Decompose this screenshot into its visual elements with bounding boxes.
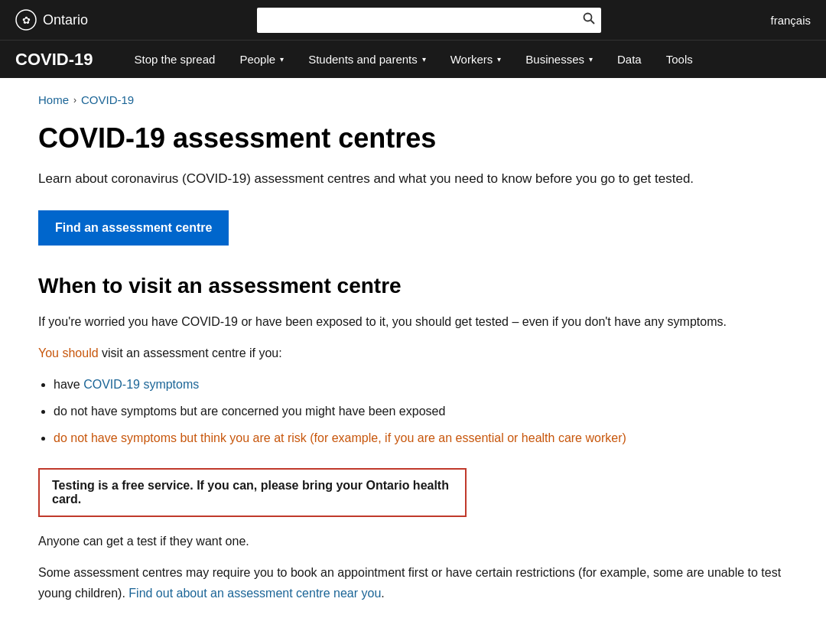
find-assessment-centre-button[interactable]: Find an assessment centre <box>38 210 229 246</box>
breadcrumb-separator: › <box>73 95 76 106</box>
chevron-down-icon: ▾ <box>422 55 426 63</box>
breadcrumb-home[interactable]: Home <box>38 93 69 106</box>
bullet-list: have COVID-19 symptoms do not have sympt… <box>54 374 788 449</box>
alert-box: Testing is a free service. If you can, p… <box>38 468 467 517</box>
nav-item-stop-the-spread[interactable]: Stop the spread <box>123 42 226 76</box>
body-text-restrictions: Some assessment centres may require you … <box>38 562 788 603</box>
chevron-down-icon: ▾ <box>280 55 284 63</box>
nav-item-people[interactable]: People ▾ <box>229 42 294 76</box>
list-item-at-risk: do not have symptoms but think you are a… <box>54 428 788 450</box>
search-container <box>257 8 601 33</box>
search-icon <box>583 12 595 24</box>
highlight-you-should: You should <box>38 346 99 359</box>
language-toggle[interactable]: français <box>770 14 811 27</box>
body-text-anyone: Anyone can get a test if they want one. <box>38 531 788 551</box>
nav-item-workers[interactable]: Workers ▾ <box>440 42 512 76</box>
breadcrumb-current: COVID-19 <box>81 93 134 106</box>
covid-symptoms-link[interactable]: COVID-19 symptoms <box>83 378 199 391</box>
nav-link-data[interactable]: Data <box>606 42 652 76</box>
nav-link-stop-the-spread[interactable]: Stop the spread <box>123 42 226 76</box>
chevron-down-icon: ▾ <box>497 55 501 63</box>
nav-menu: Stop the spread People ▾ Students and pa… <box>123 42 703 76</box>
period: . <box>381 587 384 600</box>
svg-text:✿: ✿ <box>22 15 31 26</box>
nav-item-tools[interactable]: Tools <box>655 42 704 76</box>
nav-link-tools[interactable]: Tools <box>655 42 704 76</box>
ontario-text: Ontario <box>43 12 88 28</box>
ontario-logo: ✿ Ontario <box>15 9 88 31</box>
nav-item-data[interactable]: Data <box>606 42 652 76</box>
breadcrumb: Home › COVID-19 <box>38 93 788 106</box>
section-heading-when-to-visit: When to visit an assessment centre <box>38 273 788 299</box>
search-button[interactable] <box>583 12 595 28</box>
ontario-trillium-icon: ✿ <box>15 9 37 31</box>
site-logo: COVID-19 <box>15 50 93 70</box>
at-risk-text: do not have symptoms but think you are a… <box>54 431 626 444</box>
find-near-you-link[interactable]: Find out about an assessment centre near… <box>128 587 381 600</box>
body-text-worried: If you're worried you have COVID-19 or h… <box>38 311 788 332</box>
main-content: Home › COVID-19 COVID-19 assessment cent… <box>15 78 811 644</box>
nav-button-people[interactable]: People ▾ <box>229 42 294 76</box>
search-input[interactable] <box>257 8 601 33</box>
navigation-bar: COVID-19 Stop the spread People ▾ Studen… <box>0 40 826 78</box>
body-text-you-should: You should visit an assessment centre if… <box>38 343 788 363</box>
nav-button-students-parents[interactable]: Students and parents ▾ <box>298 42 437 76</box>
page-description: Learn about coronavirus (COVID-19) asses… <box>38 168 788 189</box>
list-item-symptoms: have COVID-19 symptoms <box>54 374 788 396</box>
chevron-down-icon: ▾ <box>589 55 593 63</box>
svg-line-3 <box>591 21 595 24</box>
nav-button-businesses[interactable]: Businesses ▾ <box>515 42 603 76</box>
list-item-exposed: do not have symptoms but are concerned y… <box>54 401 788 423</box>
nav-item-students-parents[interactable]: Students and parents ▾ <box>298 42 437 76</box>
top-bar: ✿ Ontario français <box>0 0 826 40</box>
nav-item-businesses[interactable]: Businesses ▾ <box>515 42 603 76</box>
page-title: COVID-19 assessment centres <box>38 122 788 154</box>
nav-button-workers[interactable]: Workers ▾ <box>440 42 512 76</box>
svg-point-2 <box>584 14 592 21</box>
